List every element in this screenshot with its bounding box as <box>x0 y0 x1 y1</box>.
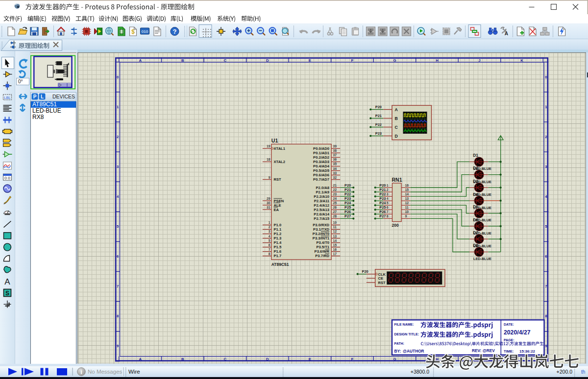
svg-text:P0.1/AD1: P0.1/AD1 <box>313 151 330 155</box>
svg-text:29: 29 <box>267 197 270 200</box>
svg-text:C: C <box>395 125 398 130</box>
svg-text:30: 30 <box>267 201 270 205</box>
svg-text:P2.4/A12: P2.4/A12 <box>314 203 329 208</box>
svg-text:P2.3/A11: P2.3/A11 <box>314 199 330 203</box>
svg-text:D: D <box>266 357 269 361</box>
svg-text:4: 4 <box>269 235 270 238</box>
svg-text:P24: P24 <box>379 201 386 205</box>
svg-text:D: D <box>266 58 269 63</box>
svg-text:K: K <box>520 58 523 63</box>
svg-text:6: 6 <box>545 254 547 259</box>
svg-text:A: A <box>505 31 508 36</box>
svg-text:Wire: Wire <box>128 369 140 375</box>
svg-text:2: 2 <box>545 135 547 139</box>
svg-text:DEVICES: DEVICES <box>52 94 75 99</box>
svg-text:G: G <box>393 357 396 361</box>
svg-text:EA: EA <box>274 208 279 212</box>
svg-text:19: 19 <box>267 144 270 148</box>
svg-text:XTAL2: XTAL2 <box>274 160 286 164</box>
svg-text:P1.4: P1.4 <box>274 240 282 245</box>
svg-text:9: 9 <box>269 176 270 179</box>
svg-text:P0.4/AD4: P0.4/AD4 <box>313 164 330 168</box>
svg-text:5: 5 <box>269 239 270 242</box>
svg-text:P3.6/WR: P3.6/WR <box>315 249 330 254</box>
svg-text:G: G <box>393 58 396 63</box>
svg-text:RN1: RN1 <box>392 177 402 183</box>
svg-text:E: E <box>309 58 311 63</box>
svg-text:B: B <box>181 58 184 63</box>
svg-text:LBL: LBL <box>4 95 10 100</box>
svg-text:P22: P22 <box>379 192 386 196</box>
svg-text:J: J <box>478 357 480 361</box>
svg-text:XTAL1: XTAL1 <box>274 146 286 151</box>
svg-text:P3.2/INT0: P3.2/INT0 <box>313 232 329 236</box>
svg-text:12: 12 <box>333 230 337 233</box>
svg-text:8: 8 <box>117 314 119 318</box>
svg-text:P25: P25 <box>344 205 351 210</box>
svg-text:F: F <box>351 357 354 361</box>
svg-text:+3800.0: +3800.0 <box>411 369 429 375</box>
svg-text:U1: U1 <box>271 138 278 143</box>
svg-text:ALE: ALE <box>274 203 281 208</box>
svg-text:PSEN: PSEN <box>274 199 284 203</box>
svg-text:3: 3 <box>387 192 389 196</box>
svg-text:8: 8 <box>545 314 547 318</box>
svg-text:P1.1: P1.1 <box>274 227 282 232</box>
svg-text:P3.3/INT1: P3.3/INT1 <box>313 236 330 240</box>
svg-text:P23: P23 <box>379 196 386 201</box>
svg-text:LED-BLUE: LED-BLUE <box>473 166 491 171</box>
svg-text:0: 0 <box>545 75 547 79</box>
svg-text:7: 7 <box>387 210 389 213</box>
svg-text:31: 31 <box>267 206 270 209</box>
svg-text:1: 1 <box>117 105 119 109</box>
svg-text:No Messages: No Messages <box>88 369 122 375</box>
svg-text:6: 6 <box>117 254 119 259</box>
svg-text:$: $ <box>131 28 135 35</box>
svg-text:24: 24 <box>333 197 337 200</box>
svg-text:A: A <box>395 107 398 112</box>
svg-text:P2.0/A8: P2.0/A8 <box>316 186 329 190</box>
svg-text:P3.4/T0: P3.4/T0 <box>316 240 329 245</box>
svg-text:P20: P20 <box>375 105 382 109</box>
svg-text:P0.7/AD7: P0.7/AD7 <box>313 177 329 182</box>
svg-text:7: 7 <box>545 284 547 288</box>
svg-text:P20: P20 <box>344 183 351 188</box>
svg-text:D: D <box>395 134 398 139</box>
svg-text:P3.0/RXD: P3.0/RXD <box>313 223 329 227</box>
svg-text:P21: P21 <box>375 114 382 118</box>
svg-text:22: 22 <box>333 188 337 191</box>
svg-text:15: 15 <box>333 243 337 247</box>
svg-text:15:36:22: 15:36:22 <box>519 349 536 354</box>
svg-text:LED-BLUE: LED-BLUE <box>473 218 491 222</box>
svg-text:i: i <box>80 368 82 376</box>
svg-text:P0.0/AD0: P0.0/AD0 <box>313 146 329 151</box>
svg-text:C: C <box>224 357 227 361</box>
svg-text:LED-BLUE: LED-BLUE <box>473 180 491 184</box>
svg-text:P20: P20 <box>362 269 368 274</box>
svg-text:1: 1 <box>387 184 389 187</box>
svg-text:L: L <box>41 94 44 99</box>
svg-text:P21: P21 <box>344 188 351 192</box>
svg-text:P22: P22 <box>344 192 351 196</box>
svg-text:36: 36 <box>333 158 337 161</box>
svg-text:5: 5 <box>117 224 119 229</box>
svg-text:P1.7: P1.7 <box>274 254 282 258</box>
svg-text:P1.0: P1.0 <box>274 223 282 227</box>
svg-text:15: 15 <box>405 188 409 191</box>
svg-text:P21: P21 <box>379 188 386 192</box>
svg-text:3: 3 <box>269 230 270 233</box>
svg-text:A: A <box>139 58 142 63</box>
svg-text:P27: P27 <box>344 214 351 218</box>
svg-text:3: 3 <box>117 165 119 169</box>
svg-text:P1.5: P1.5 <box>274 245 282 249</box>
svg-text:11: 11 <box>405 206 409 209</box>
svg-text:6: 6 <box>269 243 270 247</box>
svg-text:RST: RST <box>378 281 386 285</box>
svg-text:P3.5/T1: P3.5/T1 <box>316 245 329 249</box>
svg-text:H: H <box>436 357 439 361</box>
svg-text:H: H <box>436 58 439 63</box>
svg-text:6: 6 <box>387 206 389 209</box>
svg-text:P2.7/A15: P2.7/A15 <box>314 216 329 221</box>
svg-text:LED-BLUE: LED-BLUE <box>473 244 491 248</box>
svg-text:P25: P25 <box>379 205 386 210</box>
